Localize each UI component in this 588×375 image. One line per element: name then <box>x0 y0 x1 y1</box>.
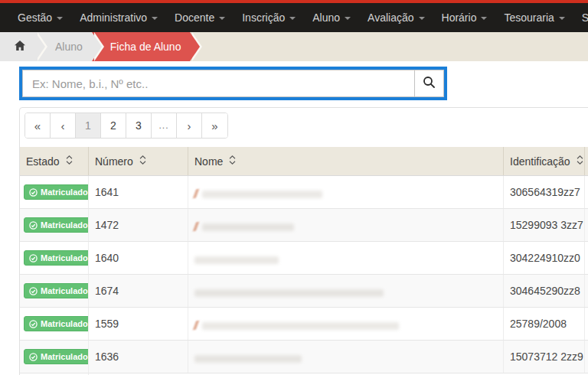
column-header-identificacao[interactable]: Identificação <box>504 147 585 175</box>
nav-item-avaliacao[interactable]: Avaliação <box>359 3 433 32</box>
content-panel: «‹123...›» Estado Número Nome Identifica… <box>19 107 588 375</box>
sort-icon <box>229 155 236 168</box>
table-row[interactable]: Matriculado155925789/2008 <box>20 308 588 341</box>
pagination-prev[interactable]: ‹ <box>51 113 76 138</box>
identificacao-cell: 15073712 2zz9 <box>504 341 585 373</box>
search-button[interactable] <box>414 70 443 96</box>
search-icon <box>423 76 436 91</box>
extra-cell <box>585 242 588 274</box>
breadcrumb-item-ficha-de-aluno[interactable]: Ficha de Aluno <box>92 32 191 61</box>
numero-cell: 1641 <box>89 176 188 208</box>
nav-item-horario[interactable]: Horário <box>433 3 496 32</box>
table-row[interactable]: Matriculado147215299093 3zz7 <box>20 209 588 242</box>
chevron-down-icon <box>152 17 158 20</box>
chevron-down-icon <box>345 17 351 20</box>
identificacao-cell: 25789/2008 <box>504 308 585 340</box>
search-highlight-box <box>19 67 447 100</box>
nav-item-gestao[interactable]: Gestão <box>9 3 71 32</box>
table-row[interactable]: Matriculado1640304224910zz0 <box>20 242 588 275</box>
nav-item-administrativo[interactable]: Administrativo <box>71 3 166 32</box>
pagination: «‹123...›» <box>24 112 228 139</box>
redaction-mark <box>193 222 199 231</box>
students-table: Estado Número Nome Identificação Matricu… <box>20 147 588 375</box>
nav-item-servicos[interactable]: Serviços <box>573 3 588 32</box>
status-badge: Matriculado <box>24 184 89 200</box>
sort-icon <box>139 155 146 168</box>
table-body: Matriculado1641306564319zz7 Matriculado1… <box>20 176 588 375</box>
status-badge-label: Matriculado <box>41 253 88 262</box>
check-circle-icon <box>29 188 38 197</box>
sort-icon <box>66 155 73 168</box>
estado-cell: Matriculado <box>20 209 89 241</box>
search-bar <box>22 70 444 97</box>
nav-item-label: Tesouraria <box>504 11 554 24</box>
nav-item-docente[interactable]: Docente <box>166 3 234 32</box>
pagination-page-2[interactable]: 2 <box>101 113 126 138</box>
extra-cell <box>585 308 588 340</box>
check-circle-icon <box>29 254 38 262</box>
breadcrumb-home[interactable] <box>0 32 35 61</box>
redacted-name-blur <box>202 191 322 198</box>
status-badge-label: Matriculado <box>41 188 88 197</box>
numero-cell: 1674 <box>89 275 188 307</box>
redaction-mark <box>193 189 199 198</box>
nav-item-aluno[interactable]: Aluno <box>304 3 359 32</box>
table-row[interactable]: Matriculado1641306564319zz7 <box>20 176 588 209</box>
nav-item-tesouraria[interactable]: Tesouraria <box>495 3 573 32</box>
status-badge-label: Matriculado <box>41 220 88 230</box>
check-circle-icon <box>29 287 38 295</box>
pagination-dots[interactable]: ... <box>152 113 177 138</box>
check-circle-icon <box>29 320 38 328</box>
column-header-estado[interactable]: Estado <box>20 147 89 175</box>
redacted-name-blur <box>202 223 294 231</box>
nome-cell-redacted <box>188 176 504 208</box>
nav-item-inscricao[interactable]: Inscrição <box>234 3 304 32</box>
numero-cell: 1472 <box>89 209 188 241</box>
redacted-name-blur <box>202 322 399 330</box>
chevron-down-icon <box>419 17 425 20</box>
chevron-down-icon <box>219 17 225 20</box>
nav-item-label: Administrativo <box>80 11 147 24</box>
nav-item-label: Gestão <box>18 11 52 24</box>
nav-item-label: Docente <box>175 11 214 24</box>
nome-cell-redacted <box>188 209 504 241</box>
table-row[interactable]: Matriculado163615073712 2zz9 <box>20 341 588 373</box>
pagination-first[interactable]: « <box>25 113 51 138</box>
column-label: Nome <box>194 155 223 168</box>
numero-cell: 1636 <box>89 341 188 373</box>
identificacao-cell: 15299093 3zz7 <box>504 209 585 241</box>
pagination-last[interactable]: » <box>202 113 227 138</box>
pagination-page-3[interactable]: 3 <box>126 113 152 138</box>
table-row[interactable]: Matriculado1674304645290zz8 <box>20 275 588 308</box>
check-circle-icon <box>29 353 38 361</box>
app-window: GestãoAdministrativoDocenteInscriçãoAlun… <box>0 0 588 375</box>
status-badge-label: Matriculado <box>41 352 88 361</box>
chevron-down-icon <box>481 17 487 20</box>
breadcrumb-label: Ficha de Aluno <box>110 41 181 53</box>
identificacao-cell: 306564319zz7 <box>504 176 585 208</box>
nome-cell-redacted <box>188 242 504 274</box>
check-circle-icon <box>29 221 38 230</box>
column-label: Número <box>95 155 133 168</box>
column-header-nome[interactable]: Nome <box>188 147 504 175</box>
nav-item-label: Inscrição <box>242 11 285 24</box>
nome-cell-redacted <box>188 275 504 307</box>
numero-cell: 1559 <box>89 308 188 340</box>
chevron-down-icon <box>289 17 296 20</box>
extra-cell <box>585 176 588 208</box>
search-input[interactable] <box>23 70 414 96</box>
nav-item-label: Aluno <box>312 11 340 24</box>
estado-cell: Matriculado <box>20 176 89 208</box>
status-badge: Matriculado <box>24 316 89 331</box>
column-header-numero[interactable]: Número <box>89 147 188 175</box>
extra-cell <box>585 275 588 307</box>
breadcrumb-label: Aluno <box>55 41 83 53</box>
pagination-next[interactable]: › <box>177 113 202 138</box>
estado-cell: Matriculado <box>20 242 89 274</box>
redacted-name-blur <box>194 256 279 264</box>
sort-icon <box>577 155 583 168</box>
estado-cell: Matriculado <box>20 308 89 340</box>
pagination-page-1[interactable]: 1 <box>76 113 101 138</box>
status-badge: Matriculado <box>24 283 89 298</box>
table-header-row: Estado Número Nome Identificação <box>20 147 588 176</box>
